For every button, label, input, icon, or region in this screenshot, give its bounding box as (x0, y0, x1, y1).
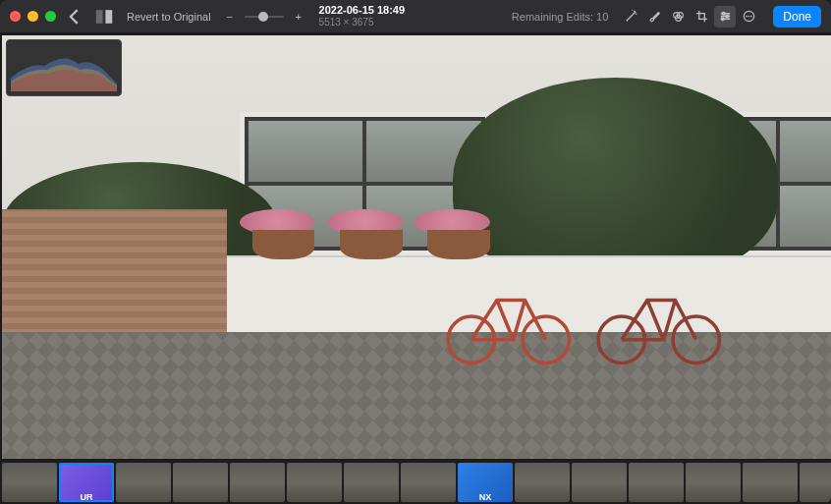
compare-button[interactable] (93, 6, 115, 28)
filmstrip-thumb[interactable] (629, 463, 684, 502)
svg-rect-0 (96, 10, 103, 24)
window-controls (10, 11, 56, 22)
zoom-slider[interactable] (245, 16, 284, 18)
timestamp-label: 2022-06-15 18:49 (319, 4, 405, 17)
svg-point-15 (673, 316, 719, 363)
filmstrip-thumb[interactable] (686, 463, 741, 502)
filmstrip-thumb[interactable] (800, 463, 831, 502)
filmstrip-thumb[interactable] (173, 463, 228, 502)
magic-wand-icon[interactable] (620, 6, 641, 28)
main-body: URNXPX Image Layer ⌄ + Basic ML (0, 33, 831, 504)
filmstrip-thumb[interactable] (572, 463, 627, 502)
crop-icon[interactable] (691, 6, 712, 28)
filters-icon[interactable] (667, 6, 689, 28)
filmstrip-thumb[interactable] (230, 463, 285, 502)
photo-viewport[interactable] (2, 35, 831, 459)
svg-point-9 (746, 16, 748, 18)
filmstrip-thumb[interactable] (287, 463, 342, 502)
app-window: Revert to Original − + 2022-06-15 18:49 … (0, 0, 831, 504)
close-window-button[interactable] (10, 11, 21, 22)
filmstrip-thumb[interactable] (116, 463, 171, 502)
svg-point-10 (748, 16, 749, 18)
svg-rect-1 (105, 10, 112, 24)
histogram-overlay[interactable] (6, 39, 122, 96)
filmstrip-thumb[interactable] (743, 463, 798, 502)
zoom-out-button[interactable]: − (223, 6, 237, 28)
filmstrip-thumb[interactable] (344, 463, 399, 502)
tool-icons (620, 6, 759, 28)
svg-point-11 (750, 16, 752, 18)
filmstrip-thumb[interactable]: NX (458, 463, 513, 502)
adjust-icon[interactable] (714, 6, 736, 28)
filmstrip: URNXPX (0, 461, 831, 504)
svg-point-6 (726, 15, 729, 18)
revert-button[interactable]: Revert to Original (123, 11, 215, 23)
brush-icon[interactable] (643, 6, 665, 28)
fullscreen-window-button[interactable] (45, 11, 56, 22)
remaining-edits-label: Remaining Edits: 10 (512, 11, 608, 23)
filmstrip-thumb[interactable] (2, 463, 57, 502)
svg-point-7 (721, 18, 724, 21)
zoom-in-button[interactable]: + (292, 6, 305, 28)
more-icon[interactable] (738, 6, 759, 28)
svg-point-5 (722, 12, 725, 15)
done-button[interactable]: Done (773, 6, 821, 28)
titlebar: Revert to Original − + 2022-06-15 18:49 … (0, 0, 831, 33)
back-button[interactable] (64, 6, 85, 28)
document-title: 2022-06-15 18:49 5513 × 3675 (319, 4, 405, 28)
filmstrip-thumb[interactable] (515, 463, 570, 502)
minimize-window-button[interactable] (28, 11, 38, 22)
canvas-area: URNXPX (0, 33, 831, 504)
filmstrip-thumb[interactable]: UR (59, 463, 114, 502)
dimensions-label: 5513 × 3675 (319, 17, 405, 28)
filmstrip-thumb[interactable] (401, 463, 456, 502)
